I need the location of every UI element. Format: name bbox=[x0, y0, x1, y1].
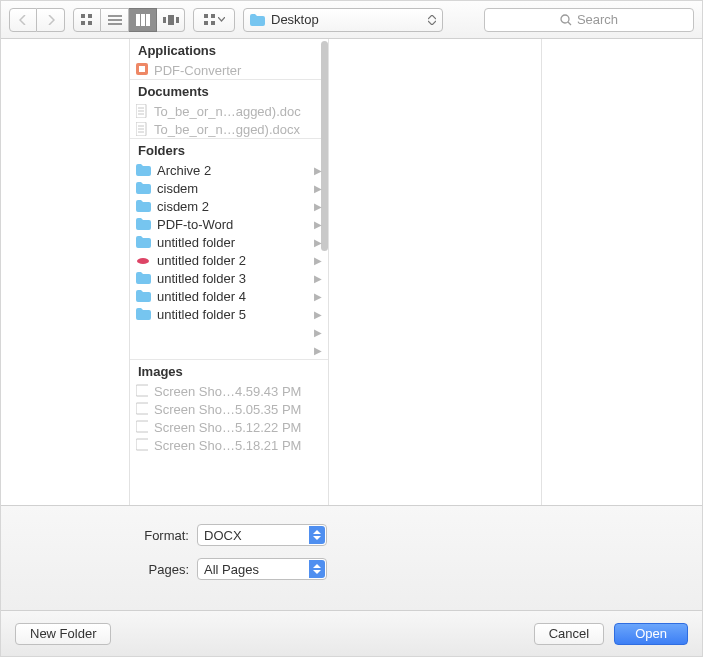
back-button[interactable] bbox=[9, 8, 37, 32]
list-item[interactable]: Screen Sho…5.18.21 PM bbox=[130, 436, 328, 454]
coverflow-view-button[interactable] bbox=[157, 8, 185, 32]
svg-rect-10 bbox=[163, 17, 166, 23]
icon-view-button[interactable] bbox=[73, 8, 101, 32]
open-label: Open bbox=[635, 626, 667, 641]
file-column[interactable]: ApplicationsPDF-ConverterDocumentsTo_be_… bbox=[129, 39, 329, 505]
preview-column bbox=[329, 39, 542, 505]
stepper-icon bbox=[309, 526, 325, 544]
arrange-button[interactable] bbox=[193, 8, 235, 32]
format-value: DOCX bbox=[204, 528, 242, 543]
list-view-button[interactable] bbox=[101, 8, 129, 32]
format-select[interactable]: DOCX bbox=[197, 524, 327, 546]
svg-rect-8 bbox=[141, 14, 145, 26]
svg-rect-31 bbox=[136, 403, 148, 414]
svg-rect-12 bbox=[176, 17, 179, 23]
folder-icon bbox=[136, 164, 151, 176]
item-label: untitled folder 3 bbox=[157, 271, 322, 286]
coverflow-icon bbox=[163, 15, 179, 25]
group-header: Documents bbox=[130, 79, 328, 102]
item-label: Screen Sho…4.59.43 PM bbox=[154, 384, 322, 399]
svg-rect-11 bbox=[168, 15, 174, 25]
chevron-down-icon bbox=[218, 17, 225, 22]
chevron-right-icon: ▶ bbox=[314, 165, 322, 176]
list-item[interactable]: ▶ bbox=[130, 341, 328, 359]
list-item[interactable]: Screen Sho…5.05.35 PM bbox=[130, 400, 328, 418]
forward-button[interactable] bbox=[37, 8, 65, 32]
list-item[interactable]: cisdem 2▶ bbox=[130, 197, 328, 215]
chevron-right-icon: ▶ bbox=[314, 345, 322, 356]
pages-select[interactable]: All Pages bbox=[197, 558, 327, 580]
list-item[interactable]: ▶ bbox=[130, 323, 328, 341]
folder-icon bbox=[136, 218, 151, 230]
svg-point-29 bbox=[137, 258, 149, 264]
updown-icon bbox=[428, 15, 436, 25]
item-label: untitled folder 4 bbox=[157, 289, 322, 304]
folder-icon bbox=[136, 182, 151, 194]
toolbar: Desktop Search bbox=[1, 1, 702, 39]
list-item[interactable]: Screen Sho…5.12.22 PM bbox=[130, 418, 328, 436]
svg-rect-13 bbox=[204, 14, 208, 18]
doc-icon bbox=[136, 122, 148, 136]
svg-rect-20 bbox=[139, 66, 145, 72]
chevron-right-icon: ▶ bbox=[314, 201, 322, 212]
svg-rect-15 bbox=[204, 21, 208, 25]
list-item[interactable]: untitled folder 2▶ bbox=[130, 251, 328, 269]
none-icon bbox=[136, 325, 151, 340]
format-label: Format: bbox=[1, 528, 189, 543]
open-button[interactable]: Open bbox=[614, 623, 688, 645]
list-item[interactable]: PDF-Converter bbox=[130, 61, 328, 79]
file-browser: ApplicationsPDF-ConverterDocumentsTo_be_… bbox=[1, 39, 702, 505]
folder-icon bbox=[136, 308, 151, 320]
chevron-right-icon: ▶ bbox=[314, 255, 322, 266]
chevron-right-icon bbox=[47, 15, 55, 25]
item-label: Screen Sho…5.18.21 PM bbox=[154, 438, 322, 453]
item-label: PDF-Converter bbox=[154, 63, 322, 78]
item-label: Screen Sho…5.12.22 PM bbox=[154, 420, 322, 435]
svg-rect-14 bbox=[211, 14, 215, 18]
right-pad bbox=[542, 39, 702, 505]
location-popup[interactable]: Desktop bbox=[243, 8, 443, 32]
list-icon bbox=[108, 15, 122, 25]
cancel-button[interactable]: Cancel bbox=[534, 623, 604, 645]
list-item[interactable]: Archive 2▶ bbox=[130, 161, 328, 179]
svg-rect-9 bbox=[146, 14, 150, 26]
list-item[interactable]: untitled folder 5▶ bbox=[130, 305, 328, 323]
svg-rect-33 bbox=[136, 439, 148, 450]
svg-rect-3 bbox=[88, 21, 92, 25]
location-label: Desktop bbox=[271, 12, 319, 27]
group-header: Images bbox=[130, 359, 328, 382]
svg-rect-2 bbox=[81, 21, 85, 25]
nav-segment bbox=[9, 8, 65, 32]
list-item[interactable]: cisdem▶ bbox=[130, 179, 328, 197]
column-view-button[interactable] bbox=[129, 8, 157, 32]
app-icon bbox=[136, 63, 148, 77]
svg-rect-30 bbox=[136, 385, 148, 396]
chevron-left-icon bbox=[19, 15, 27, 25]
folder-icon bbox=[136, 236, 151, 248]
view-segment bbox=[73, 8, 185, 32]
list-item[interactable]: untitled folder 4▶ bbox=[130, 287, 328, 305]
doc-icon bbox=[136, 104, 148, 118]
folder-icon bbox=[136, 272, 151, 284]
new-folder-button[interactable]: New Folder bbox=[15, 623, 111, 645]
chevron-right-icon: ▶ bbox=[314, 237, 322, 248]
columns-icon bbox=[136, 14, 150, 26]
grid-small-icon bbox=[204, 14, 216, 26]
chevron-right-icon: ▶ bbox=[314, 327, 322, 338]
list-item[interactable]: To_be_or_n…agged).doc bbox=[130, 102, 328, 120]
item-label: untitled folder 5 bbox=[157, 307, 322, 322]
svg-rect-16 bbox=[211, 21, 215, 25]
list-item[interactable]: Screen Sho…4.59.43 PM bbox=[130, 382, 328, 400]
svg-rect-0 bbox=[81, 14, 85, 18]
item-label: To_be_or_n…agged).doc bbox=[154, 104, 322, 119]
img-icon bbox=[136, 402, 148, 416]
list-item[interactable]: untitled folder 3▶ bbox=[130, 269, 328, 287]
open-dialog: Desktop Search ApplicationsPDF-Converter… bbox=[0, 0, 703, 657]
search-field[interactable]: Search bbox=[484, 8, 694, 32]
folder-icon bbox=[250, 14, 265, 26]
list-item[interactable]: To_be_or_n…gged).docx bbox=[130, 120, 328, 138]
list-item[interactable]: untitled folder▶ bbox=[130, 233, 328, 251]
list-item[interactable]: PDF-to-Word▶ bbox=[130, 215, 328, 233]
grid-icon bbox=[81, 14, 93, 26]
folder-alt-icon bbox=[136, 254, 151, 266]
